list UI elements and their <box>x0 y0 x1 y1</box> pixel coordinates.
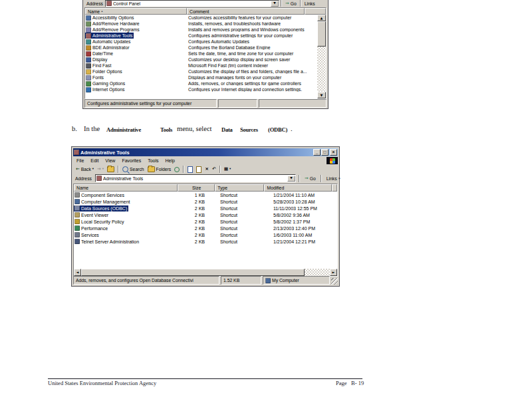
accessibility-options-icon <box>86 15 91 21</box>
item-name: Telnet Server Administration <box>81 239 139 244</box>
folders-icon <box>148 166 155 172</box>
divider <box>299 175 300 182</box>
folders-button[interactable]: Folders <box>146 166 173 174</box>
control-panel-item[interactable]: Folder OptionsCustomizes the display of … <box>85 68 317 74</box>
admin-tools-item[interactable]: Data Sources (ODBC)2 KBShortcut11/11/200… <box>74 205 337 211</box>
search-button[interactable]: Search <box>121 166 146 174</box>
address-dropdown-icon[interactable]: ▼ <box>271 1 279 7</box>
column-header-comment[interactable]: Comment <box>187 8 305 15</box>
performance-icon <box>74 225 80 231</box>
scrollbar-track[interactable] <box>317 47 326 92</box>
control-panel-item[interactable]: Add/Remove ProgramsInstalls and removes … <box>85 27 317 33</box>
links-button[interactable]: Links <box>303 1 317 7</box>
item-modified: 1/21/2004 12:21 PM <box>269 239 337 244</box>
item-comment: Configures the Borland Database Engine <box>187 45 317 50</box>
menu-item-view[interactable]: View <box>102 158 118 163</box>
item-name-cell: Data Sources (ODBC) <box>74 206 180 211</box>
control-panel-item[interactable]: Accessibility OptionsCustomizes accessib… <box>85 15 317 21</box>
scrollbar-thumb[interactable] <box>81 269 305 276</box>
copy-to-button[interactable] <box>195 166 203 174</box>
column-header-size[interactable]: Size <box>178 184 215 192</box>
admin-tools-item[interactable]: Event Viewer2 KBShortcut5/8/2002 9:36 AM <box>74 211 337 218</box>
address-value: Administrative Tools <box>102 176 287 181</box>
scrollbar-track[interactable] <box>305 269 330 276</box>
menu-item-tools[interactable]: Tools <box>144 158 162 163</box>
selected-item: Administrative Tools <box>85 33 134 39</box>
administrative-tools-icon <box>86 33 91 39</box>
control-panel-item[interactable]: Find FastMicrosoft Find Fast (tm) conten… <box>85 63 317 68</box>
item-name: Display <box>92 57 107 62</box>
item-label: Accessibility Options <box>85 15 135 21</box>
menu-bar-items: FileEditViewFavoritesToolsHelp <box>73 158 178 163</box>
admin-tools-item[interactable]: Performance2 KBShortcut2/13/2003 12:40 P… <box>74 225 337 231</box>
links-button[interactable]: Links » <box>325 176 343 182</box>
go-button[interactable]: → Go <box>303 176 318 182</box>
horizontal-scrollbar[interactable]: ◄ ► <box>74 269 337 276</box>
admin-tools-item[interactable]: Local Security Policy2 KBShortcut5/8/200… <box>74 218 337 225</box>
scrollbar-thumb[interactable] <box>317 21 326 47</box>
address-dropdown-icon[interactable]: ▼ <box>287 176 295 182</box>
scroll-right-icon[interactable]: ► <box>330 269 337 276</box>
undo-button[interactable]: ↶ <box>211 166 217 174</box>
column-header-modified[interactable]: Modified <box>264 184 332 192</box>
resize-grip[interactable] <box>331 278 338 285</box>
item-name: BDE Administrator <box>92 45 130 50</box>
go-arrow-icon: → <box>305 176 309 181</box>
back-button[interactable]: ← Back ▾ <box>74 166 95 174</box>
control-panel-item[interactable]: BDE AdministratorConfigures the Borland … <box>85 45 317 51</box>
item-type: Shortcut <box>218 193 269 198</box>
menu-item-file[interactable]: File <box>73 158 87 163</box>
admin-tools-rows: Component Services1 KBShortcut1/21/2004 … <box>74 192 337 269</box>
address-combobox[interactable]: Control Panel ▼ <box>105 0 279 7</box>
menu-item-help[interactable]: Help <box>162 158 178 163</box>
history-button[interactable] <box>173 166 181 174</box>
control-panel-item[interactable]: Date/TimeSets the date, time, and time z… <box>85 51 317 57</box>
up-button[interactable] <box>106 166 116 174</box>
control-panel-item[interactable]: Internet OptionsConfigures your Internet… <box>85 86 317 92</box>
scroll-down-icon[interactable]: ▼ <box>317 92 326 98</box>
back-dropdown-icon: ▾ <box>92 168 94 171</box>
my-computer-icon <box>265 278 271 283</box>
item-size: 1 KB <box>180 193 218 198</box>
admin-tools-item[interactable]: Computer Management2 KBShortcut5/28/2003… <box>74 198 337 205</box>
item-name: Folder Options <box>92 69 122 74</box>
item-label: Add/Remove Hardware <box>85 21 141 27</box>
footer-agency: United States Environmental Protection A… <box>48 380 156 386</box>
control-panel-item[interactable]: Administrative ToolsConfigures administr… <box>85 33 317 39</box>
control-panel-item[interactable]: Automatic UpdatesConfigures Automatic Up… <box>85 39 317 45</box>
control-panel-item[interactable]: Gaming OptionsAdds, removes, or changes … <box>85 80 317 86</box>
item-name: Internet Options <box>92 87 124 92</box>
control-panel-item[interactable]: FontsDisplays and manages fonts on your … <box>85 74 317 80</box>
admin-tools-item[interactable]: Services2 KBShortcut1/6/2003 11:00 AM <box>74 231 337 238</box>
address-combobox[interactable]: Administrative Tools ▼ <box>95 174 296 182</box>
item-comment: Configures administrative settings for y… <box>187 33 317 38</box>
views-dropdown-icon: ▾ <box>229 168 231 171</box>
admin-tools-item[interactable]: Component Services1 KBShortcut1/21/2004 … <box>74 192 337 198</box>
scroll-up-icon[interactable]: ▲ <box>317 15 326 21</box>
minimize-button[interactable]: _ <box>313 149 321 156</box>
control-panel-item[interactable]: Add/Remove HardwareInstalls, removes, an… <box>85 21 317 27</box>
go-button[interactable]: → Go <box>283 1 299 7</box>
scroll-left-icon[interactable]: ◄ <box>74 269 81 276</box>
forward-arrow-icon: → <box>97 167 101 172</box>
item-name-cell: Performance <box>74 225 180 231</box>
vertical-scrollbar[interactable]: ▲ ▼ <box>317 15 326 98</box>
menu-item-edit[interactable]: Edit <box>87 158 102 163</box>
item-name-cell: Automatic Updates <box>85 39 187 45</box>
copy-to-icon <box>196 166 201 173</box>
control-panel-item[interactable]: DisplayCustomizes your desktop display a… <box>85 57 317 63</box>
column-header-type[interactable]: Type <box>215 184 264 192</box>
instruction-emphasis: Tools <box>160 126 172 133</box>
forward-button[interactable]: → ▾ <box>96 166 105 174</box>
menu-item-favorites[interactable]: Favorites <box>118 158 144 163</box>
move-to-button[interactable] <box>186 166 194 174</box>
views-button[interactable]: ▦ ▾ <box>223 166 233 174</box>
delete-button[interactable]: × <box>203 166 210 174</box>
column-header-name[interactable]: Name <box>74 184 178 192</box>
admin-tools-item[interactable]: Telnet Server Administration2 KBShortcut… <box>74 238 337 245</box>
windows-logo <box>327 157 338 164</box>
column-header-name[interactable]: Name ▴ <box>85 8 187 15</box>
item-label: BDE Administrator <box>85 45 131 51</box>
close-button[interactable]: × <box>330 149 337 156</box>
maximize-button[interactable]: □ <box>321 149 329 156</box>
